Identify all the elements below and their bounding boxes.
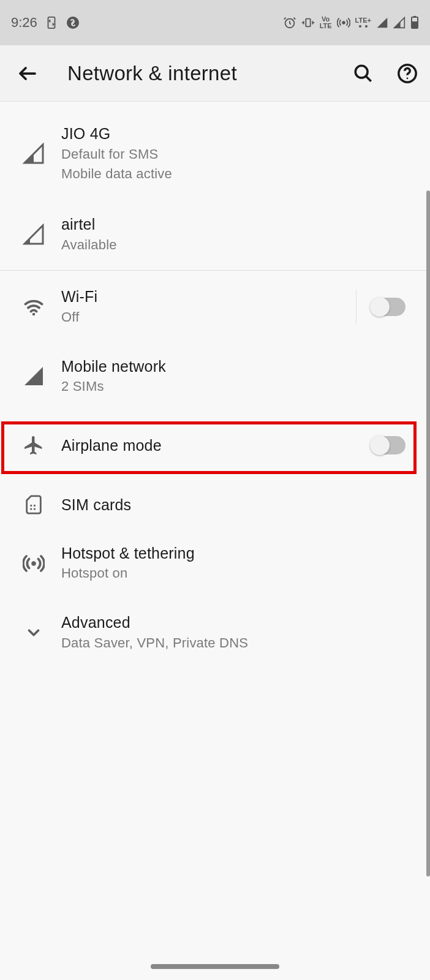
- simcards-title: SIM cards: [61, 495, 418, 515]
- signal-partial-icon: [12, 143, 55, 165]
- hotspot-status-icon: [337, 16, 350, 29]
- wifi-sub: Off: [61, 308, 356, 327]
- wifi-icon: [12, 296, 55, 318]
- wifi-title: Wi-Fi: [61, 287, 356, 307]
- svg-point-18: [31, 561, 36, 566]
- airplane-icon: [12, 434, 55, 456]
- lte-plus-label: LTE+: [355, 17, 371, 29]
- sim1-item[interactable]: JIO 4G Default for SMS Mobile data activ…: [0, 107, 430, 201]
- airplane-title: Airplane mode: [61, 435, 356, 456]
- mobile-title: Mobile network: [61, 356, 418, 377]
- chevron-down-icon: [12, 624, 55, 642]
- wifi-item[interactable]: Wi-Fi Off: [0, 271, 430, 342]
- back-button[interactable]: [12, 58, 43, 89]
- sim1-title: JIO 4G: [61, 124, 418, 144]
- search-icon: [353, 63, 374, 84]
- app-bar: Network & internet: [0, 45, 430, 102]
- scroll-indicator: [426, 190, 430, 876]
- sim2-item[interactable]: airtel Available: [0, 201, 430, 270]
- advanced-sub: Data Saver, VPN, Private DNS: [61, 634, 418, 653]
- mobile-sub: 2 SIMs: [61, 377, 418, 396]
- status-bar: 9:26 Vo LTE LTE+: [0, 0, 430, 45]
- svg-rect-3: [306, 19, 310, 27]
- hotspot-sub: Hotspot on: [61, 564, 418, 583]
- signal-1-icon: [376, 17, 388, 29]
- settings-list: JIO 4G Default for SMS Mobile data activ…: [0, 102, 430, 669]
- svg-point-6: [365, 25, 368, 28]
- hotspot-item[interactable]: Hotspot & tethering Hotspot on: [0, 531, 430, 599]
- advanced-title: Advanced: [61, 612, 418, 633]
- svg-rect-16: [30, 508, 32, 510]
- sim1-sub1: Default for SMS: [61, 145, 418, 164]
- hotspot-icon: [12, 552, 55, 575]
- navigation-handle[interactable]: [151, 964, 279, 969]
- svg-rect-8: [413, 16, 416, 18]
- airplane-mode-item[interactable]: Airplane mode: [0, 412, 430, 478]
- search-button[interactable]: [353, 63, 374, 84]
- sim2-title: airtel: [61, 214, 418, 235]
- svg-rect-14: [30, 505, 32, 507]
- signal-outline-icon: [12, 224, 55, 246]
- help-button[interactable]: [397, 63, 418, 84]
- volte-icon: Vo LTE: [320, 16, 332, 29]
- page-title: Network & internet: [67, 62, 353, 85]
- sim2-sub: Available: [61, 236, 418, 255]
- airplane-toggle[interactable]: [371, 436, 405, 454]
- back-arrow-icon: [17, 62, 39, 85]
- svg-rect-0: [48, 17, 55, 28]
- svg-rect-17: [34, 508, 36, 510]
- advanced-item[interactable]: Advanced Data Saver, VPN, Private DNS: [0, 599, 430, 668]
- status-time: 9:26: [11, 15, 37, 31]
- wifi-toggle[interactable]: [371, 298, 405, 316]
- svg-point-5: [359, 25, 361, 28]
- hotspot-title: Hotspot & tethering: [61, 543, 418, 564]
- svg-point-12: [407, 77, 409, 79]
- mobile-network-item[interactable]: Mobile network 2 SIMs: [0, 343, 430, 412]
- shazam-icon: [66, 15, 80, 30]
- svg-rect-9: [412, 21, 417, 28]
- svg-point-4: [342, 21, 345, 24]
- sim-cards-item[interactable]: SIM cards: [0, 478, 430, 531]
- signal-2-icon: [393, 17, 405, 29]
- svg-point-10: [355, 66, 368, 78]
- signal-full-icon: [12, 365, 55, 387]
- battery-icon: [410, 16, 419, 29]
- svg-rect-15: [34, 505, 36, 507]
- sim-card-icon: [12, 494, 55, 515]
- help-icon: [397, 63, 418, 84]
- sim1-sub2: Mobile data active: [61, 165, 418, 184]
- vibrate-icon: [301, 16, 315, 29]
- phone-transfer-icon: [45, 16, 58, 29]
- alarm-icon: [283, 16, 296, 29]
- svg-point-13: [32, 313, 36, 316]
